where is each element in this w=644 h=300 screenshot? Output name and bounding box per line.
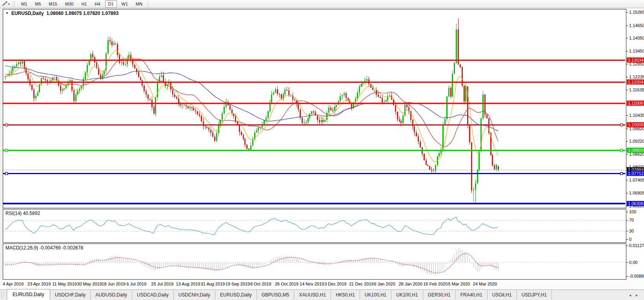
axis-tick-mark <box>626 90 628 90</box>
chart-tab[interactable]: USDCHF,Daily <box>50 290 91 300</box>
price-axis-tick: 1.13450 <box>629 49 644 53</box>
date-label: 31 Aug 2019 <box>201 282 225 286</box>
chart-ohlc-values: 1.08060 1.08075 1.07820 1.07893 <box>47 11 119 16</box>
axis-tick-mark <box>626 239 628 240</box>
chart-tab[interactable]: USDCNH,Daily <box>174 290 215 300</box>
chart-tab[interactable]: GBPUSD,M5 <box>257 290 295 300</box>
chart-cursor-icon[interactable] <box>1 1 8 7</box>
rsi-indicator-panel: RSI(14) 40.5892 <box>3 209 626 243</box>
date-label: 25 Jul 2019 <box>151 282 174 286</box>
price-chart-canvas[interactable] <box>3 9 625 207</box>
chart-tab[interactable]: UK100,H1 <box>360 290 391 300</box>
price-line-flag: 1.10008 <box>627 122 644 127</box>
toolbar-grip[interactable] <box>13 1 15 7</box>
date-label: 30 May 2019 <box>77 282 102 286</box>
chart-tab[interactable]: USDJPY,H1 <box>517 290 552 300</box>
tab-bar-grip[interactable] <box>1 292 4 298</box>
axis-tick-mark <box>626 129 628 129</box>
axis-tick-mark <box>626 245 628 246</box>
timeframe-button[interactable]: W1 <box>118 0 131 8</box>
price-line-flag: 1.08800 <box>627 148 644 153</box>
chart-tab[interactable]: XAUUSD,H1 <box>294 290 331 300</box>
chart-tab[interactable]: EURUSD,Daily <box>7 289 50 300</box>
price-axis-tick: -0.008845 <box>629 274 644 278</box>
price-axis-tick: 1.15265 <box>629 10 644 15</box>
timeframe-button[interactable]: M1 <box>18 0 30 8</box>
chevron-down-icon[interactable]: ▾ <box>8 2 10 6</box>
timeframe-button[interactable]: M30 <box>62 0 76 8</box>
timeframe-button[interactable]: D1 <box>105 0 117 8</box>
timeframe-button[interactable]: H1 <box>78 0 90 8</box>
rsi-canvas[interactable] <box>3 209 625 242</box>
axis-tick-mark <box>626 38 628 38</box>
tabs: EURUSD,DailyUSDCHF,DailyAUDUSD,DailyUSDC… <box>7 290 552 300</box>
axis-tick-mark <box>626 64 628 64</box>
chart-title: ▼ EURUSD,Daily 1.08060 1.08075 1.07820 1… <box>5 11 118 16</box>
macd-indicator-panel: MACD(12,26,9) -0.004769 -0.002678 <box>3 244 626 280</box>
price-axis-tick: 1.06805 <box>629 191 644 195</box>
tab-scroll-arrows: ◂ ▸ <box>623 293 644 297</box>
macd-canvas[interactable] <box>3 244 625 278</box>
axis-tick-mark <box>626 12 628 13</box>
chart-tab-bar: EURUSD,DailyUSDCHF,DailyAUDUSD,DailyUSDC… <box>0 289 644 300</box>
price-line-flag: 1.12004 <box>627 79 644 84</box>
axis-tick-mark <box>626 154 628 155</box>
timeframe-button[interactable]: M5 <box>32 0 44 8</box>
date-label: 24 Mar 2020 <box>473 282 497 286</box>
axis-tick-mark <box>626 231 628 231</box>
collapse-triangle-icon[interactable]: ▼ <box>5 11 9 16</box>
date-label: 14 Nov 2019 <box>300 282 324 286</box>
price-axis-tick: 1.07405 <box>629 178 644 182</box>
price-axis-tick: 30 <box>629 229 634 233</box>
price-line-flag: 1.11009 <box>627 101 644 106</box>
macd-label: MACD(12,26,9) -0.004769 -0.002678 <box>5 245 83 251</box>
date-label: 6 Jul 2019 <box>126 282 146 286</box>
mt4-window: { "toolbar": { "caret": "▾", "timeframes… <box>0 0 644 300</box>
axis-tick-mark <box>626 212 628 212</box>
price-axis-tick: 0.011277 <box>629 243 644 248</box>
top-toolbar: ▾ M1M5M15M30H1H4D1W1MN <box>0 0 644 8</box>
chart-tab[interactable]: GER30,H1 <box>423 290 456 300</box>
price-axis: 1.152651.146501.140501.134501.128501.122… <box>626 8 644 280</box>
timeframe-button[interactable]: MN <box>133 0 146 8</box>
axis-tick-mark <box>626 262 628 263</box>
chart-tab[interactable]: UK100,H1 <box>391 290 423 300</box>
date-label: 23 Apr 2019 <box>27 282 51 286</box>
chart-tab[interactable]: USDCAD,Daily <box>132 290 174 300</box>
date-label: 15 Feb 2020 <box>424 282 448 286</box>
axis-tick-mark <box>626 180 628 180</box>
date-label: 3 Dec 2019 <box>324 282 346 286</box>
chart-tab[interactable]: USOil,H1 <box>488 290 517 300</box>
price-axis-tick: 0.00 <box>629 260 637 265</box>
price-axis-tick: 1.09220 <box>629 139 644 144</box>
axis-tick-mark <box>626 25 628 26</box>
axis-tick-mark <box>626 276 628 276</box>
date-label: 8 Oct 2019 <box>250 282 271 286</box>
time-axis: 4 Apr 201923 Apr 201911 May 201930 May 2… <box>0 280 644 289</box>
timeframe-button[interactable]: M15 <box>46 0 60 8</box>
rsi-label: RSI(14) 40.5892 <box>5 211 40 216</box>
date-label: 21 Dec 2019 <box>349 282 373 286</box>
date-label: 18 Jun 2019 <box>102 282 126 286</box>
chart-tab[interactable]: FRA40,H1 <box>456 290 488 300</box>
toolbar-separator <box>148 1 148 7</box>
axis-tick-mark <box>626 115 628 116</box>
axis-tick-mark <box>626 77 628 77</box>
axis-tick-mark <box>626 220 628 220</box>
chart-tab[interactable]: HK50,H1 <box>331 290 360 300</box>
date-label: 19 Sep 2019 <box>226 282 250 286</box>
timeframe-bar: M1M5M15M30H1H4D1W1MN <box>18 0 146 8</box>
price-axis-tick: 1.12235 <box>629 75 644 79</box>
date-label: 26 Oct 2019 <box>275 282 298 286</box>
price-axis-tick: 100 <box>629 209 636 214</box>
axis-tick-mark <box>626 51 628 51</box>
tab-scroll-right-icon[interactable]: ▸ <box>636 293 638 297</box>
axis-tick-mark <box>626 141 628 142</box>
price-line-flag: 1.07712 <box>627 171 644 176</box>
axis-tick-mark <box>626 193 628 193</box>
chart-tab[interactable]: EURUSD,Daily <box>215 290 257 300</box>
price-line-flag: 1.06306 <box>627 201 644 206</box>
tab-scroll-left-icon[interactable]: ◂ <box>629 293 631 297</box>
timeframe-button[interactable]: H4 <box>91 0 103 8</box>
chart-tab[interactable]: AUDUSD,Daily <box>91 290 132 300</box>
